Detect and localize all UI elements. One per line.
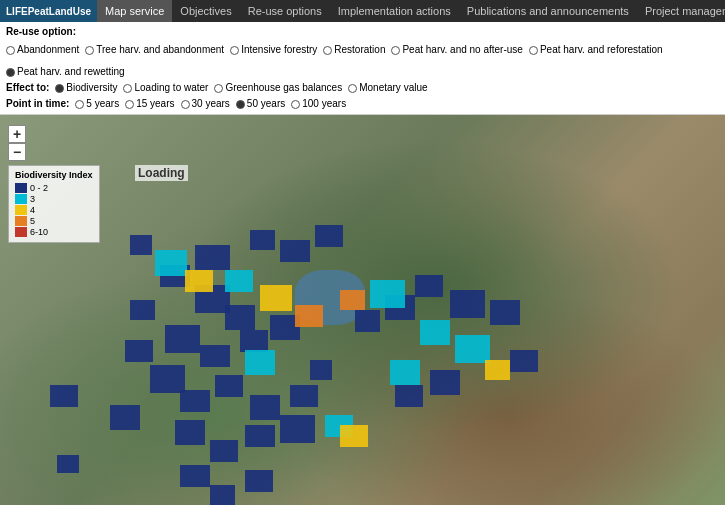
map-square: [245, 425, 275, 447]
map-square: [240, 330, 268, 352]
map-square: [195, 245, 230, 270]
reuse-option-row: Re-use option: Abandonment Tree harv. an…: [6, 24, 719, 80]
reuse-tree-harv[interactable]: Tree harv. and abandonment: [85, 42, 224, 58]
legend-color-4: [15, 205, 27, 215]
nav-implementation[interactable]: Implementation actions: [330, 0, 459, 22]
map-square: [225, 305, 255, 330]
map-square: [370, 280, 405, 308]
nav-objectives[interactable]: Objectives: [172, 0, 239, 22]
map-square: [420, 320, 450, 345]
map-square: [130, 235, 152, 255]
map-square: [315, 225, 343, 247]
map-square: [200, 345, 230, 367]
time-15[interactable]: 15 years: [125, 96, 174, 112]
map-square: [280, 415, 315, 443]
map-square: [130, 300, 155, 320]
map-square: [180, 390, 210, 412]
reuse-radio-group: Abandonment Tree harv. and abandonment I…: [6, 42, 719, 80]
map-square: [415, 275, 443, 297]
reuse-peat-rewet[interactable]: Peat harv. and rewetting: [6, 64, 125, 80]
effect-monetary[interactable]: Monetary value: [348, 80, 427, 96]
map-square: [450, 290, 485, 318]
navigation-bar: LIFEPeatLandUse Map service Objectives R…: [0, 0, 725, 22]
reuse-restoration[interactable]: Restoration: [323, 42, 385, 58]
nav-map-service[interactable]: Map service: [97, 0, 172, 22]
legend-color-6-10: [15, 227, 27, 237]
effect-label: Effect to:: [6, 80, 49, 96]
map-square: [155, 250, 187, 276]
effect-loading[interactable]: Loading to water: [123, 80, 208, 96]
reuse-label: Re-use option:: [6, 24, 76, 40]
map-square: [165, 325, 200, 353]
zoom-controls: + −: [8, 125, 26, 161]
nav-project[interactable]: Project management: [637, 0, 725, 22]
nav-reuse-options[interactable]: Re-use options: [240, 0, 330, 22]
legend-color-0-2: [15, 183, 27, 193]
map-square: [290, 385, 318, 407]
effect-radio-group: Biodiversity Loading to water Greenhouse…: [55, 80, 427, 96]
reuse-peat-reforest[interactable]: Peat harv. and reforestation: [529, 42, 663, 58]
map-square: [280, 240, 310, 262]
map-square: [390, 360, 420, 385]
map-square: [485, 360, 510, 380]
map-container[interactable]: + − Biodiversity Index 0 - 2 3 4 5 6-10: [0, 115, 725, 505]
map-square: [180, 465, 210, 487]
controls-panel: Re-use option: Abandonment Tree harv. an…: [0, 22, 725, 115]
time-30[interactable]: 30 years: [181, 96, 230, 112]
map-square: [340, 425, 368, 447]
map-square: [125, 340, 153, 362]
map-square: [150, 365, 185, 393]
reuse-intensive[interactable]: Intensive forestry: [230, 42, 317, 58]
map-square: [250, 230, 275, 250]
map-square: [310, 360, 332, 380]
time-5[interactable]: 5 years: [75, 96, 119, 112]
map-legend: Biodiversity Index 0 - 2 3 4 5 6-10: [8, 165, 100, 243]
map-square: [455, 335, 490, 363]
time-row: Point in time: 5 years 15 years 30 years…: [6, 96, 719, 112]
map-square: [260, 285, 292, 311]
map-square: [355, 310, 380, 332]
effect-greenhouse[interactable]: Greenhouse gas balances: [214, 80, 342, 96]
legend-item-3: 3: [15, 194, 93, 204]
map-square: [210, 485, 235, 505]
map-square: [185, 270, 213, 292]
map-square: [50, 385, 78, 407]
map-square: [250, 395, 280, 420]
map-square: [340, 290, 365, 310]
legend-item-5: 5: [15, 216, 93, 226]
effect-biodiversity[interactable]: Biodiversity: [55, 80, 117, 96]
map-square: [490, 300, 520, 325]
reuse-abandonment[interactable]: Abandonment: [6, 42, 79, 58]
time-100[interactable]: 100 years: [291, 96, 346, 112]
map-square: [225, 270, 253, 292]
effect-row: Effect to: Biodiversity Loading to water…: [6, 80, 719, 96]
map-square: [215, 375, 243, 397]
legend-item-4: 4: [15, 205, 93, 215]
legend-color-3: [15, 194, 27, 204]
map-square: [395, 385, 423, 407]
time-50[interactable]: 50 years: [236, 96, 285, 112]
legend-item-0-2: 0 - 2: [15, 183, 93, 193]
reuse-peat-no-after[interactable]: Peat harv. and no after-use: [391, 42, 522, 58]
map-square: [110, 405, 140, 430]
map-square: [175, 420, 205, 445]
legend-title: Biodiversity Index: [15, 170, 93, 180]
time-radio-group: 5 years 15 years 30 years 50 years 100 y…: [75, 96, 346, 112]
map-square: [57, 455, 79, 473]
map-square: [245, 350, 275, 375]
map-square: [295, 305, 323, 327]
zoom-out-button[interactable]: −: [8, 143, 26, 161]
loading-indicator: Loading: [135, 165, 188, 181]
legend-color-5: [15, 216, 27, 226]
time-label: Point in time:: [6, 96, 69, 112]
map-square: [510, 350, 538, 372]
legend-item-6-10: 6-10: [15, 227, 93, 237]
nav-publications[interactable]: Publications and announcements: [459, 0, 637, 22]
zoom-in-button[interactable]: +: [8, 125, 26, 143]
map-square: [430, 370, 460, 395]
map-square: [210, 440, 238, 462]
map-square: [245, 470, 273, 492]
site-logo[interactable]: LIFEPeatLandUse: [0, 0, 97, 22]
